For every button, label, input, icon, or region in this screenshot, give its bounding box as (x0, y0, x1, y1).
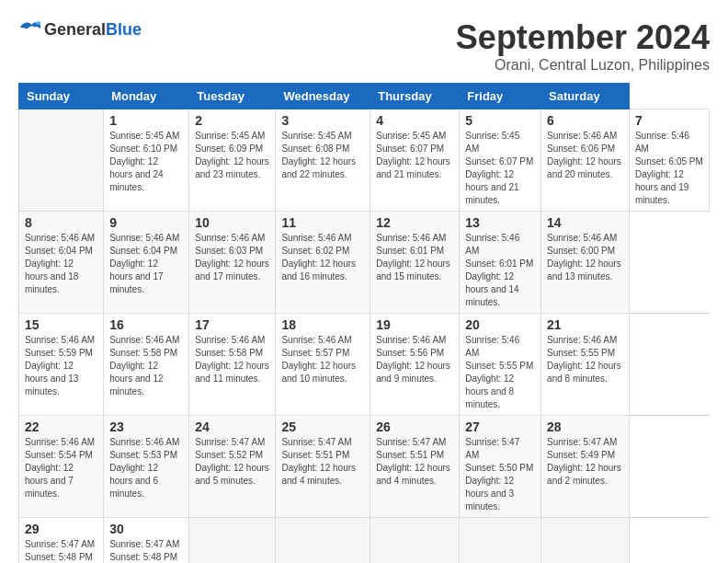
day-detail: Sunrise: 5:45 AMSunset: 6:08 PMDaylight:… (281, 131, 356, 179)
day-detail: Sunrise: 5:46 AMSunset: 6:04 PMDaylight:… (109, 233, 179, 294)
day-number: 6 (547, 113, 623, 128)
header-wednesday: Wednesday (276, 84, 370, 109)
day-detail: Sunrise: 5:47 AMSunset: 5:48 PMDaylight:… (109, 539, 179, 563)
calendar-cell: 9 Sunrise: 5:46 AMSunset: 6:04 PMDayligh… (104, 212, 189, 314)
day-number: 17 (195, 317, 269, 332)
calendar-cell: 6 Sunrise: 5:46 AMSunset: 6:06 PMDayligh… (541, 109, 630, 212)
page-header: GeneralBlue September 2024 Orani, Centra… (18, 18, 710, 74)
day-number: 15 (25, 317, 97, 332)
calendar-cell: 4 Sunrise: 5:45 AMSunset: 6:07 PMDayligh… (370, 109, 460, 212)
calendar-cell: 14 Sunrise: 5:46 AMSunset: 6:00 PMDaylig… (541, 212, 630, 314)
day-detail: Sunrise: 5:46 AMSunset: 5:57 PMDaylight:… (281, 335, 356, 384)
logo-general: General (44, 20, 106, 39)
title-section: September 2024 Orani, Central Luzon, Phi… (456, 18, 710, 74)
calendar-cell: 21 Sunrise: 5:46 AMSunset: 5:55 PMDaylig… (541, 314, 630, 416)
month-title: September 2024 (456, 18, 710, 57)
calendar-cell: 27 Sunrise: 5:47 AMSunset: 5:50 PMDaylig… (460, 416, 541, 518)
day-detail: Sunrise: 5:46 AMSunset: 6:05 PMDaylight:… (635, 131, 703, 205)
calendar-cell: 30 Sunrise: 5:47 AMSunset: 5:48 PMDaylig… (104, 518, 189, 564)
calendar-week-row: 8 Sunrise: 5:46 AMSunset: 6:04 PMDayligh… (19, 212, 710, 314)
location-subtitle: Orani, Central Luzon, Philippines (456, 57, 710, 74)
day-detail: Sunrise: 5:46 AMSunset: 5:56 PMDaylight:… (376, 335, 450, 384)
calendar-cell: 13 Sunrise: 5:46 AMSunset: 6:01 PMDaylig… (460, 212, 541, 314)
day-number: 30 (109, 522, 183, 536)
header-sunday: Sunday (19, 84, 104, 109)
calendar-cell (460, 518, 541, 564)
day-number: 23 (109, 419, 183, 434)
day-number: 2 (195, 113, 269, 128)
calendar-cell: 1 Sunrise: 5:45 AMSunset: 6:10 PMDayligh… (104, 109, 189, 212)
calendar-cell (19, 109, 104, 212)
day-detail: Sunrise: 5:46 AMSunset: 6:00 PMDaylight:… (547, 233, 621, 282)
day-detail: Sunrise: 5:47 AMSunset: 5:51 PMDaylight:… (281, 437, 356, 486)
day-detail: Sunrise: 5:45 AMSunset: 6:07 PMDaylight:… (376, 131, 450, 179)
calendar-cell: 8 Sunrise: 5:46 AMSunset: 6:04 PMDayligh… (19, 212, 104, 314)
day-number: 24 (195, 419, 269, 434)
day-number: 28 (547, 419, 623, 434)
day-detail: Sunrise: 5:46 AMSunset: 6:04 PMDaylight:… (25, 233, 95, 294)
weekday-header-row: Sunday Monday Tuesday Wednesday Thursday… (19, 84, 710, 109)
calendar-cell: 3 Sunrise: 5:45 AMSunset: 6:08 PMDayligh… (276, 109, 370, 212)
calendar-cell (189, 518, 276, 564)
logo-blue: Blue (106, 20, 142, 39)
calendar-cell: 24 Sunrise: 5:47 AMSunset: 5:52 PMDaylig… (189, 416, 276, 518)
calendar-cell: 12 Sunrise: 5:46 AMSunset: 6:01 PMDaylig… (370, 212, 460, 314)
calendar-week-row: 22 Sunrise: 5:46 AMSunset: 5:54 PMDaylig… (19, 416, 710, 518)
calendar-cell: 17 Sunrise: 5:46 AMSunset: 5:58 PMDaylig… (189, 314, 276, 416)
day-number: 7 (635, 113, 703, 128)
calendar-week-row: 1 Sunrise: 5:45 AMSunset: 6:10 PMDayligh… (19, 109, 710, 212)
day-detail: Sunrise: 5:46 AMSunset: 6:01 PMDaylight:… (465, 233, 533, 307)
day-number: 14 (547, 215, 623, 230)
day-number: 27 (465, 419, 535, 434)
calendar-cell: 5 Sunrise: 5:45 AMSunset: 6:07 PMDayligh… (460, 109, 541, 212)
calendar-cell: 28 Sunrise: 5:47 AMSunset: 5:49 PMDaylig… (541, 416, 630, 518)
day-detail: Sunrise: 5:47 AMSunset: 5:52 PMDaylight:… (195, 437, 269, 486)
logo: GeneralBlue (18, 18, 142, 40)
day-number: 11 (281, 215, 364, 230)
calendar-cell: 10 Sunrise: 5:46 AMSunset: 6:03 PMDaylig… (189, 212, 276, 314)
calendar-cell: 2 Sunrise: 5:45 AMSunset: 6:09 PMDayligh… (189, 109, 276, 212)
day-number: 10 (195, 215, 269, 230)
calendar-cell: 15 Sunrise: 5:46 AMSunset: 5:59 PMDaylig… (19, 314, 104, 416)
day-detail: Sunrise: 5:47 AMSunset: 5:51 PMDaylight:… (376, 437, 450, 486)
day-detail: Sunrise: 5:47 AMSunset: 5:50 PMDaylight:… (465, 437, 533, 511)
day-detail: Sunrise: 5:47 AMSunset: 5:49 PMDaylight:… (547, 437, 621, 486)
day-number: 29 (25, 522, 97, 536)
day-number: 25 (281, 419, 364, 434)
header-tuesday: Tuesday (189, 84, 276, 109)
calendar-cell: 7 Sunrise: 5:46 AMSunset: 6:05 PMDayligh… (629, 109, 709, 212)
day-number: 12 (376, 215, 453, 230)
day-detail: Sunrise: 5:45 AMSunset: 6:07 PMDaylight:… (465, 131, 533, 205)
day-detail: Sunrise: 5:46 AMSunset: 6:02 PMDaylight:… (281, 233, 356, 282)
day-number: 13 (465, 215, 535, 230)
day-detail: Sunrise: 5:46 AMSunset: 6:06 PMDaylight:… (547, 131, 621, 179)
day-number: 9 (109, 215, 183, 230)
day-detail: Sunrise: 5:46 AMSunset: 5:55 PMDaylight:… (547, 335, 621, 384)
calendar-cell: 22 Sunrise: 5:46 AMSunset: 5:54 PMDaylig… (19, 416, 104, 518)
calendar-cell: 19 Sunrise: 5:46 AMSunset: 5:56 PMDaylig… (370, 314, 460, 416)
day-detail: Sunrise: 5:46 AMSunset: 5:58 PMDaylight:… (109, 335, 179, 396)
calendar-week-row: 15 Sunrise: 5:46 AMSunset: 5:59 PMDaylig… (19, 314, 710, 416)
day-number: 22 (25, 419, 97, 434)
calendar-cell: 29 Sunrise: 5:47 AMSunset: 5:48 PMDaylig… (19, 518, 104, 564)
day-detail: Sunrise: 5:46 AMSunset: 6:01 PMDaylight:… (376, 233, 450, 282)
header-monday: Monday (104, 84, 189, 109)
calendar-week-row: 29 Sunrise: 5:47 AMSunset: 5:48 PMDaylig… (19, 518, 710, 564)
day-number: 3 (281, 113, 364, 128)
logo-icon (18, 18, 40, 40)
day-number: 1 (109, 113, 183, 128)
calendar-cell: 16 Sunrise: 5:46 AMSunset: 5:58 PMDaylig… (104, 314, 189, 416)
calendar-cell: 18 Sunrise: 5:46 AMSunset: 5:57 PMDaylig… (276, 314, 370, 416)
day-detail: Sunrise: 5:46 AMSunset: 5:55 PMDaylight:… (465, 335, 533, 409)
calendar-cell: 11 Sunrise: 5:46 AMSunset: 6:02 PMDaylig… (276, 212, 370, 314)
day-detail: Sunrise: 5:45 AMSunset: 6:10 PMDaylight:… (109, 131, 179, 192)
calendar-cell (370, 518, 460, 564)
calendar-body: 1 Sunrise: 5:45 AMSunset: 6:10 PMDayligh… (19, 109, 710, 564)
day-detail: Sunrise: 5:47 AMSunset: 5:48 PMDaylight:… (25, 539, 95, 563)
day-detail: Sunrise: 5:45 AMSunset: 6:09 PMDaylight:… (195, 131, 269, 179)
day-number: 19 (376, 317, 453, 332)
calendar-cell: 25 Sunrise: 5:47 AMSunset: 5:51 PMDaylig… (276, 416, 370, 518)
day-detail: Sunrise: 5:46 AMSunset: 5:54 PMDaylight:… (25, 437, 95, 499)
calendar-cell (276, 518, 370, 564)
day-detail: Sunrise: 5:46 AMSunset: 5:53 PMDaylight:… (109, 437, 179, 499)
